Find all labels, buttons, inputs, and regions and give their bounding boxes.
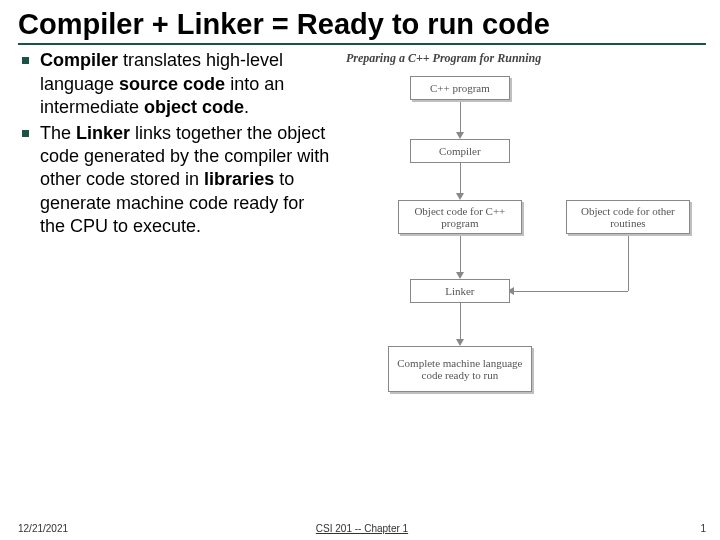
title-wrap: Compiler + Linker = Ready to run code: [18, 8, 706, 45]
compile-link-diagram: C++ program Compiler Object code for C++…: [340, 76, 706, 468]
content-row: Compiler translates high-level language …: [18, 49, 706, 468]
bullet-item: Compiler translates high-level language …: [18, 49, 330, 119]
connector: [460, 303, 461, 339]
connector: [460, 236, 461, 272]
bullet-list: Compiler translates high-level language …: [18, 49, 330, 238]
box-linker: Linker: [410, 279, 510, 303]
connector: [514, 291, 628, 292]
arrow-down-icon: [456, 193, 464, 200]
arrow-down-icon: [456, 132, 464, 139]
arrow-down-icon: [456, 272, 464, 279]
connector: [460, 102, 461, 132]
box-machine-code: Complete machine language code ready to …: [388, 346, 532, 392]
connector: [628, 236, 629, 291]
diagram-column: Preparing a C++ Program for Running C++ …: [340, 49, 706, 468]
bullet-column: Compiler translates high-level language …: [18, 49, 330, 468]
box-object-code-cpp: Object code for C++ program: [398, 200, 522, 234]
slide-title: Compiler + Linker = Ready to run code: [18, 8, 706, 41]
bullet-item: The Linker links together the object cod…: [18, 122, 330, 239]
slide-footer: 12/21/2021 CSI 201 -- Chapter 1 1: [18, 523, 706, 534]
diagram-header: Preparing a C++ Program for Running: [340, 51, 706, 66]
footer-center: CSI 201 -- Chapter 1: [18, 523, 706, 534]
box-cpp-program: C++ program: [410, 76, 510, 100]
connector: [460, 163, 461, 193]
arrow-down-icon: [456, 339, 464, 346]
box-compiler: Compiler: [410, 139, 510, 163]
box-object-code-other: Object code for other routines: [566, 200, 690, 234]
